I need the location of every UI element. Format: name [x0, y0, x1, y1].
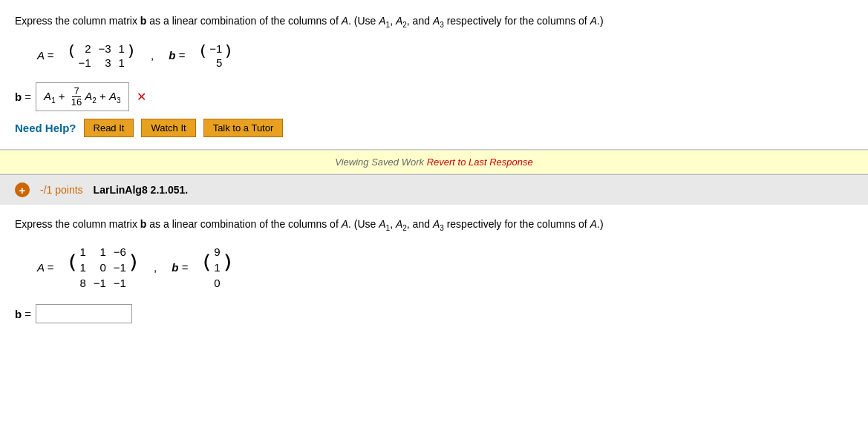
need-help-label: Need Help?: [15, 122, 76, 134]
read-it-button[interactable]: Read It: [84, 119, 134, 137]
matrix-b-1: ⁽ −1 5 ⁾: [200, 41, 232, 70]
matrix-display-1: A = ⁽ 2−31 −131 ⁾ , b = ⁽ −1 5 ⁾: [37, 41, 853, 70]
talk-to-tutor-button[interactable]: Talk to a Tutor: [203, 119, 284, 137]
answer-row-2: b =: [15, 304, 853, 323]
matrix-b-2: ⁽ 9 1 0 ⁾: [203, 244, 231, 291]
saved-work-text: Viewing Saved Work: [335, 156, 424, 168]
matrix-b-label-2: b =: [172, 261, 188, 274]
problem-statement-1: Express the column matrix b as a linear …: [15, 13, 853, 30]
matrix-a-label-2: A =: [37, 261, 53, 274]
watch-it-button[interactable]: Watch It: [141, 119, 195, 137]
problem-statement-2: Express the column matrix b as a linear …: [15, 217, 853, 234]
matrix-a-label: A =: [37, 49, 53, 62]
need-help-row: Need Help? Read It Watch It Talk to a Tu…: [15, 119, 853, 137]
plus-circle-icon: +: [15, 182, 30, 197]
matrix-a-2: ⁽ 11−6 10−1 8−1−1 ⁾: [68, 244, 137, 291]
matrix-b-label-1: b =: [169, 49, 185, 62]
clear-button-1[interactable]: ✕: [137, 90, 146, 104]
section2-header: + -/1 points LarLinAlg8 2.1.051.: [0, 174, 868, 205]
answer-input-2[interactable]: [36, 304, 132, 323]
saved-work-bar: Viewing Saved Work Revert to Last Respon…: [0, 150, 868, 174]
answer-label-2: b =: [15, 308, 31, 320]
answer-row-1: b = A1 + 716A2 + A3 ✕: [15, 82, 853, 112]
matrix-a: ⁽ 2−31 −131 ⁾: [68, 41, 134, 70]
section1: Express the column matrix b as a linear …: [0, 0, 868, 150]
matrix-display-2: A = ⁽ 11−6 10−1 8−1−1 ⁾ , b = ⁽ 9 1 0: [37, 244, 853, 291]
answer-box-1: A1 + 716A2 + A3: [36, 82, 128, 112]
revert-link[interactable]: Revert to Last Response: [427, 156, 533, 168]
answer-label-1: b =: [15, 90, 31, 103]
problem-id: LarLinAlg8 2.1.051.: [94, 184, 189, 196]
points-label: -/1 points: [40, 184, 83, 196]
section2: Express the column matrix b as a linear …: [0, 205, 868, 338]
